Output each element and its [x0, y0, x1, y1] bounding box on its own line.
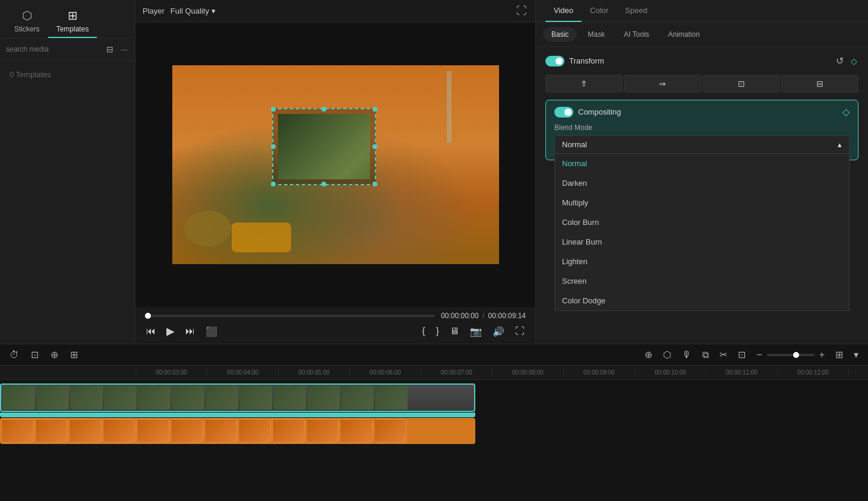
transform-btn-3[interactable]: ⊡	[703, 75, 780, 93]
sub-tab-basic[interactable]: Basic	[543, 27, 577, 42]
handle-top-left[interactable]	[271, 107, 276, 112]
tab-color[interactable]: Color	[582, 0, 617, 22]
transform-actions: ↺ ◇	[835, 54, 858, 68]
search-input[interactable]	[6, 45, 102, 53]
time-current: 00:00:00:00	[441, 312, 478, 320]
handle-middle-left[interactable]	[271, 144, 276, 149]
sub-tab-mask[interactable]: Mask	[579, 27, 613, 42]
blend-option-normal[interactable]: Normal	[555, 154, 849, 173]
progress-track[interactable]	[145, 315, 435, 317]
ruler-marks: 00:00:03:00 00:00:04:00 00:00:05:00 00:0…	[135, 369, 868, 376]
progress-bar-row: 00:00:00:00 / 00:00:09:14	[145, 312, 526, 320]
player-label: Player	[143, 7, 165, 15]
blend-option-lighten[interactable]: Lighten	[555, 252, 849, 271]
fullscreen-icon[interactable]: ⛶	[515, 4, 528, 18]
zoom-track[interactable]	[767, 354, 815, 356]
sidebar-tab-stickers[interactable]: ⬡ Stickers	[6, 5, 48, 38]
transform-btn-2[interactable]: ⇒	[624, 75, 701, 93]
stickers-label: Stickers	[14, 25, 40, 33]
timeline-frame-btn[interactable]: ⊡	[736, 348, 748, 362]
timeline-mic-btn[interactable]: 🎙	[680, 348, 694, 362]
blend-mode-trigger[interactable]: Normal ▴	[554, 135, 850, 154]
blend-option-color-dodge[interactable]: Color Dodge	[555, 291, 849, 310]
track-2-thumb-0	[1, 419, 34, 443]
step-forward-button[interactable]: ⏭	[184, 325, 196, 338]
track-2-thumb-9	[306, 419, 339, 443]
tab-speed[interactable]: Speed	[617, 0, 656, 22]
track-1-content[interactable]	[0, 383, 482, 416]
camera-button[interactable]: 📷	[469, 325, 483, 338]
bracket-right-button[interactable]: }	[435, 325, 440, 338]
timeline-fit-btn[interactable]: ⊡	[29, 348, 41, 362]
timeline-shield-btn[interactable]: ⬡	[661, 348, 674, 362]
transform-toggle[interactable]	[545, 56, 564, 66]
time-display: 00:00:00:00 / 00:00:09:14	[441, 312, 526, 320]
handle-middle-right[interactable]	[373, 144, 377, 149]
sub-tab-ai-tools[interactable]: AI Tools	[616, 27, 657, 42]
zoom-thumb[interactable]	[793, 352, 799, 358]
blend-option-linear-burn[interactable]: Linear Burn	[555, 232, 849, 252]
tab-video[interactable]: Video	[545, 0, 582, 22]
track-2-thumb-7	[238, 419, 271, 443]
blend-option-darken[interactable]: Darken	[555, 173, 849, 193]
handle-bottom-right[interactable]	[373, 182, 377, 186]
handle-top-middle[interactable]	[321, 107, 326, 112]
filter-button[interactable]: ⊟	[105, 43, 115, 55]
transform-btn-4[interactable]: ⊟	[781, 75, 858, 93]
timeline-step-btn[interactable]: ⊞	[68, 348, 80, 362]
timeline-more-btn[interactable]: ▾	[851, 348, 861, 362]
timeline-toolbar: ⏱ ⊡ ⊕ ⊞ ⊕ ⬡ 🎙 ⧉ ✂ ⊡ − + ⊞ ▾	[0, 344, 868, 366]
blend-option-multiply[interactable]: Multiply	[555, 193, 849, 213]
handle-top-right[interactable]	[373, 107, 377, 112]
progress-thumb[interactable]	[145, 313, 151, 319]
ruler-mark-1: 00:00:04:00	[207, 369, 278, 376]
track-2-strip	[0, 418, 475, 444]
track-1-thumb-1	[36, 386, 69, 410]
stop-button[interactable]: ⬛	[204, 325, 219, 338]
blend-mode-selected: Normal	[562, 140, 587, 149]
monitor-button[interactable]: 🖥	[449, 325, 460, 338]
fullscreen-button[interactable]: ⛶	[514, 325, 526, 338]
compositing-toggle[interactable]	[554, 107, 573, 118]
blend-option-color-burn[interactable]: Color Burn	[555, 213, 849, 232]
timeline-target-btn[interactable]: ⊕	[48, 348, 61, 362]
step-back-button[interactable]: ⏮	[145, 325, 157, 338]
transform-diamond-button[interactable]: ◇	[850, 54, 858, 68]
timeline-clock-btn[interactable]: ⏱	[7, 348, 21, 362]
track-2-thumb-1	[35, 419, 68, 443]
compositing-diamond-icon[interactable]: ◇	[842, 106, 850, 118]
handle-bottom-left[interactable]	[271, 182, 276, 186]
transform-section-header: Transform ↺ ◇	[545, 54, 858, 68]
panel-content: Transform ↺ ◇ ⇑ ⇒ ⊡ ⊟ Compositing ◇	[536, 47, 868, 344]
timeline-effects-btn[interactable]: ⊕	[642, 348, 655, 362]
track-2-thumb-10	[340, 419, 373, 443]
blend-mode-dropdown: Normal ▴ Normal Darken Multiply Color Bu…	[554, 135, 850, 154]
transform-reset-button[interactable]: ↺	[835, 54, 845, 68]
blend-option-screen[interactable]: Screen	[555, 271, 849, 291]
sidebar-tab-templates[interactable]: ⊞ Templates	[48, 5, 97, 38]
volume-button[interactable]: 🔊	[491, 325, 506, 338]
track-2-content[interactable]	[0, 418, 482, 450]
quality-select[interactable]: Full Quality ▾	[171, 7, 216, 15]
zoom-in-btn[interactable]: +	[817, 348, 827, 362]
sidebar-tabs: ⬡ Stickers ⊞ Templates	[0, 0, 135, 39]
zoom-out-btn[interactable]: −	[754, 348, 764, 362]
track-2-thumb-11	[374, 419, 406, 443]
sub-tab-animation[interactable]: Animation	[659, 27, 708, 42]
player-topbar: Player Full Quality ▾ ⛶	[135, 0, 535, 23]
left-sidebar: ⬡ Stickers ⊞ Templates ⊟ ··· 0 Templates	[0, 0, 135, 344]
timeline-scissors-btn[interactable]: ✂	[717, 348, 730, 362]
timeline-layers-btn[interactable]: ⧉	[700, 348, 711, 362]
pip-frame[interactable]	[272, 108, 376, 185]
controls-right: { } 🖥 📷 🔊 ⛶	[421, 325, 526, 338]
track-2-thumb-3	[103, 419, 135, 443]
timeline-grid-btn[interactable]: ⊞	[833, 348, 845, 362]
ruler-mark-6: 00:00:09:00	[563, 369, 635, 376]
bracket-left-button[interactable]: {	[421, 325, 426, 338]
handle-bottom-middle[interactable]	[321, 182, 326, 186]
ruler-mark-8: 00:00:11:00	[706, 369, 777, 376]
more-button[interactable]: ···	[119, 43, 129, 55]
time-divider: /	[482, 312, 484, 320]
transform-btn-1[interactable]: ⇑	[545, 75, 623, 93]
play-button[interactable]: ▶	[165, 324, 176, 339]
